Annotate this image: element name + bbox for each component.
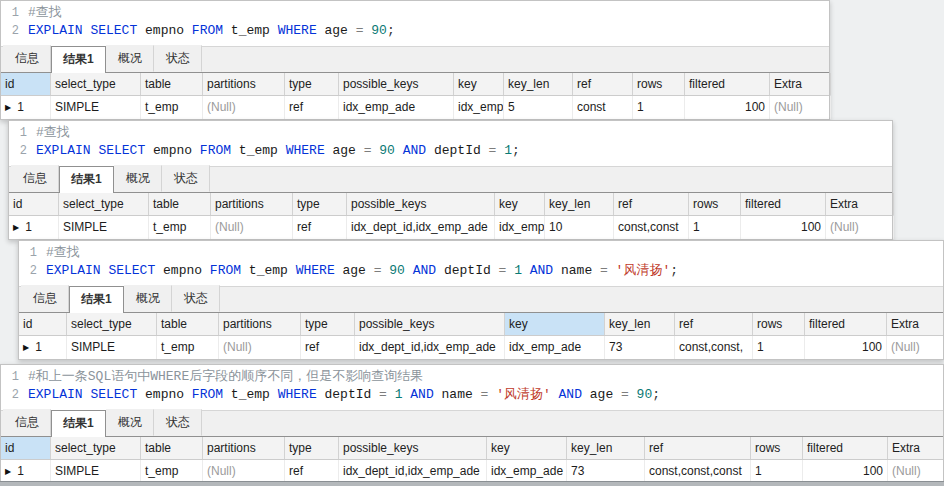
cell-table[interactable]: t_emp (141, 96, 203, 119)
cell-possible_keys[interactable]: idx_dept_id,idx_emp_ade (339, 460, 487, 483)
cell-type[interactable]: ref (293, 216, 347, 239)
tab-status[interactable]: 状态 (172, 285, 220, 312)
cell-type[interactable]: ref (285, 460, 339, 483)
cell-filtered[interactable]: 100 (741, 216, 826, 239)
tab-info[interactable]: 信息 (3, 45, 51, 72)
cell-partitions[interactable]: (Null) (203, 460, 285, 483)
cell-type[interactable]: ref (301, 336, 355, 359)
cell-key_len[interactable]: 10 (545, 216, 614, 239)
column-header-type[interactable]: type (285, 437, 339, 459)
cell-Extra[interactable]: (Null) (826, 216, 894, 239)
cell-id[interactable]: ▶1 (9, 216, 59, 239)
cell-select_type[interactable]: SIMPLE (51, 460, 141, 483)
column-header-key_len[interactable]: key_len (567, 437, 645, 459)
column-header-possible_keys[interactable]: possible_keys (339, 73, 454, 95)
column-header-key_len[interactable]: key_len (504, 73, 573, 95)
cell-rows[interactable]: 1 (689, 216, 741, 239)
cell-select_type[interactable]: SIMPLE (67, 336, 157, 359)
column-header-ref[interactable]: ref (614, 193, 689, 215)
column-header-rows[interactable]: rows (753, 313, 805, 335)
tab-info[interactable]: 信息 (3, 409, 51, 436)
column-header-partitions[interactable]: partitions (203, 73, 285, 95)
cell-key_len[interactable]: 73 (605, 336, 675, 359)
column-header-select_type[interactable]: select_type (51, 73, 141, 95)
column-header-id[interactable]: id (1, 437, 51, 459)
tab-profile[interactable]: 概况 (106, 409, 154, 436)
cell-key_len[interactable]: 5 (504, 96, 573, 119)
column-header-Extra[interactable]: Extra (770, 73, 831, 95)
column-header-table[interactable]: table (141, 437, 203, 459)
column-header-key[interactable]: key (495, 193, 545, 215)
column-header-table[interactable]: table (157, 313, 219, 335)
cell-select_type[interactable]: SIMPLE (59, 216, 149, 239)
cell-Extra[interactable]: (Null) (887, 336, 944, 359)
column-header-Extra[interactable]: Extra (888, 437, 944, 459)
column-header-select_type[interactable]: select_type (51, 437, 141, 459)
tab-result1[interactable]: 结果1 (59, 166, 114, 193)
cell-ref[interactable]: const (573, 96, 633, 119)
grid-data-row[interactable]: ▶1SIMPLEt_emp(Null)refidx_emp_adeidx_emp… (1, 96, 829, 119)
cell-type[interactable]: ref (285, 96, 339, 119)
cell-ref[interactable]: const,const,const (645, 460, 751, 483)
tab-profile[interactable]: 概况 (106, 45, 154, 72)
tab-info[interactable]: 信息 (11, 165, 59, 192)
column-header-table[interactable]: table (149, 193, 211, 215)
cell-possible_keys[interactable]: idx_emp_ade (339, 96, 454, 119)
column-header-partitions[interactable]: partitions (203, 437, 285, 459)
column-header-ref[interactable]: ref (675, 313, 753, 335)
grid-data-row[interactable]: ▶1SIMPLEt_emp(Null)refidx_dept_id,idx_em… (1, 460, 943, 483)
column-header-table[interactable]: table (141, 73, 203, 95)
cell-filtered[interactable]: 100 (803, 460, 888, 483)
cell-possible_keys[interactable]: idx_dept_id,idx_emp_ade (355, 336, 505, 359)
column-header-rows[interactable]: rows (751, 437, 803, 459)
column-header-ref[interactable]: ref (645, 437, 751, 459)
column-header-ref[interactable]: ref (573, 73, 633, 95)
column-header-partitions[interactable]: partitions (219, 313, 301, 335)
column-header-type[interactable]: type (301, 313, 355, 335)
column-header-id[interactable]: id (9, 193, 59, 215)
column-header-filtered[interactable]: filtered (803, 437, 888, 459)
cell-id[interactable]: ▶1 (1, 96, 51, 119)
cell-ref[interactable]: const,const (614, 216, 689, 239)
tab-profile[interactable]: 概况 (114, 165, 162, 192)
column-header-select_type[interactable]: select_type (59, 193, 149, 215)
column-header-key[interactable]: key (454, 73, 504, 95)
column-header-key[interactable]: key (505, 313, 605, 335)
cell-id[interactable]: ▶1 (19, 336, 67, 359)
tab-result1[interactable]: 结果1 (51, 46, 106, 73)
column-header-key[interactable]: key (487, 437, 567, 459)
cell-table[interactable]: t_emp (141, 460, 203, 483)
cell-table[interactable]: t_emp (157, 336, 219, 359)
sql-editor[interactable]: 1#和上一条SQL语句中WHERE后字段的顺序不同，但是不影响查询结果2EXPL… (1, 365, 943, 410)
column-header-possible_keys[interactable]: possible_keys (347, 193, 495, 215)
column-header-select_type[interactable]: select_type (67, 313, 157, 335)
cell-rows[interactable]: 1 (753, 336, 805, 359)
cell-partitions[interactable]: (Null) (211, 216, 293, 239)
column-header-rows[interactable]: rows (633, 73, 685, 95)
column-header-filtered[interactable]: filtered (805, 313, 887, 335)
cell-Extra[interactable]: (Null) (770, 96, 831, 119)
column-header-type[interactable]: type (285, 73, 339, 95)
cell-select_type[interactable]: SIMPLE (51, 96, 141, 119)
tab-result1[interactable]: 结果1 (51, 410, 106, 437)
cell-id[interactable]: ▶1 (1, 460, 51, 483)
column-header-filtered[interactable]: filtered (741, 193, 826, 215)
tab-status[interactable]: 状态 (162, 165, 210, 192)
cell-key[interactable]: idx_emp (454, 96, 504, 119)
column-header-id[interactable]: id (1, 73, 51, 95)
cell-rows[interactable]: 1 (751, 460, 803, 483)
cell-rows[interactable]: 1 (633, 96, 685, 119)
column-header-id[interactable]: id (19, 313, 67, 335)
column-header-Extra[interactable]: Extra (826, 193, 894, 215)
tab-status[interactable]: 状态 (154, 45, 202, 72)
cell-possible_keys[interactable]: idx_dept_id,idx_emp_ade (347, 216, 495, 239)
column-header-Extra[interactable]: Extra (887, 313, 944, 335)
tab-profile[interactable]: 概况 (124, 285, 172, 312)
tab-result1[interactable]: 结果1 (69, 286, 124, 313)
cell-key[interactable]: idx_emp_ade (505, 336, 605, 359)
cell-Extra[interactable]: (Null) (888, 460, 944, 483)
column-header-key_len[interactable]: key_len (605, 313, 675, 335)
column-header-type[interactable]: type (293, 193, 347, 215)
tab-info[interactable]: 信息 (21, 285, 69, 312)
cell-ref[interactable]: const,const, (675, 336, 753, 359)
